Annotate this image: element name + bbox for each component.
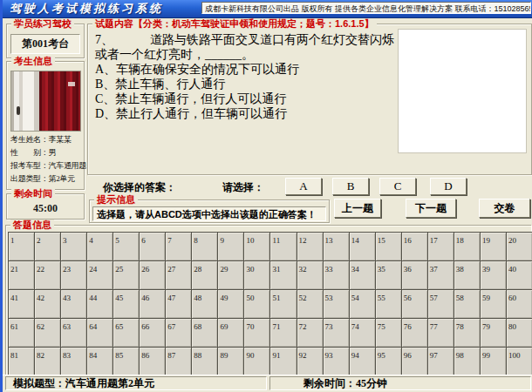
grid-cell-93[interactable]: 93 xyxy=(324,348,349,375)
choice-a-button[interactable]: A xyxy=(285,178,322,195)
grid-cell-4[interactable]: 4 xyxy=(87,233,113,260)
grid-cell-25[interactable]: 25 xyxy=(113,261,139,289)
grid-cell-1[interactable]: 1 xyxy=(9,233,34,260)
grid-cell-75[interactable]: 75 xyxy=(376,319,401,347)
grid-cell-54[interactable]: 54 xyxy=(350,290,375,318)
grid-cell-48[interactable]: 48 xyxy=(192,290,217,318)
grid-cell-91[interactable]: 91 xyxy=(270,348,296,375)
grid-cell-37[interactable]: 37 xyxy=(428,261,454,289)
grid-cell-22[interactable]: 22 xyxy=(35,261,60,289)
grid-cell-20[interactable]: 20 xyxy=(507,233,532,260)
grid-cell-47[interactable]: 47 xyxy=(166,290,191,318)
grid-cell-99[interactable]: 99 xyxy=(481,348,506,375)
grid-cell-44[interactable]: 44 xyxy=(87,290,113,318)
grid-cell-49[interactable]: 49 xyxy=(218,290,243,318)
grid-cell-28[interactable]: 28 xyxy=(192,261,217,289)
grid-cell-56[interactable]: 56 xyxy=(402,290,427,318)
grid-cell-32[interactable]: 32 xyxy=(297,261,323,289)
grid-cell-13[interactable]: 13 xyxy=(324,233,349,260)
grid-cell-76[interactable]: 76 xyxy=(402,319,427,347)
grid-cell-19[interactable]: 19 xyxy=(481,233,506,260)
grid-cell-51[interactable]: 51 xyxy=(270,290,296,318)
grid-cell-80[interactable]: 80 xyxy=(507,319,532,347)
grid-cell-95[interactable]: 95 xyxy=(376,348,401,375)
grid-cell-96[interactable]: 96 xyxy=(402,348,427,375)
grid-cell-3[interactable]: 3 xyxy=(61,233,86,260)
grid-cell-46[interactable]: 46 xyxy=(140,290,165,318)
grid-cell-70[interactable]: 70 xyxy=(244,319,269,347)
grid-cell-57[interactable]: 57 xyxy=(428,290,454,318)
grid-cell-43[interactable]: 43 xyxy=(61,290,86,318)
grid-cell-82[interactable]: 82 xyxy=(35,348,60,375)
grid-cell-61[interactable]: 61 xyxy=(9,319,34,347)
grid-cell-21[interactable]: 21 xyxy=(9,261,34,289)
grid-cell-36[interactable]: 36 xyxy=(402,261,427,289)
grid-cell-66[interactable]: 66 xyxy=(140,319,165,347)
grid-cell-34[interactable]: 34 xyxy=(350,261,375,289)
grid-cell-35[interactable]: 35 xyxy=(376,261,401,289)
grid-cell-12[interactable]: 12 xyxy=(297,233,323,260)
grid-cell-72[interactable]: 72 xyxy=(297,319,323,347)
grid-cell-14[interactable]: 14 xyxy=(350,233,375,260)
grid-cell-50[interactable]: 50 xyxy=(244,290,269,318)
grid-cell-11[interactable]: 11 xyxy=(270,233,296,260)
grid-cell-38[interactable]: 38 xyxy=(454,261,480,289)
submit-paper-button[interactable]: 交卷 xyxy=(479,199,530,218)
grid-cell-68[interactable]: 68 xyxy=(192,319,217,347)
grid-cell-87[interactable]: 87 xyxy=(166,348,191,375)
grid-cell-52[interactable]: 52 xyxy=(297,290,323,318)
grid-cell-71[interactable]: 71 xyxy=(270,319,296,347)
grid-cell-29[interactable]: 29 xyxy=(218,261,243,289)
grid-cell-16[interactable]: 16 xyxy=(402,233,427,260)
grid-cell-63[interactable]: 63 xyxy=(61,319,86,347)
grid-cell-58[interactable]: 58 xyxy=(454,290,480,318)
grid-cell-74[interactable]: 74 xyxy=(350,319,375,347)
grid-cell-31[interactable]: 31 xyxy=(270,261,296,289)
grid-cell-27[interactable]: 27 xyxy=(166,261,191,289)
grid-cell-60[interactable]: 60 xyxy=(507,290,532,318)
grid-cell-83[interactable]: 83 xyxy=(61,348,86,375)
grid-cell-45[interactable]: 45 xyxy=(113,290,139,318)
grid-cell-67[interactable]: 67 xyxy=(166,319,191,347)
grid-cell-10[interactable]: 10 xyxy=(244,233,269,260)
grid-cell-73[interactable]: 73 xyxy=(324,319,349,347)
grid-cell-64[interactable]: 64 xyxy=(87,319,113,347)
grid-cell-90[interactable]: 90 xyxy=(244,348,269,375)
grid-cell-92[interactable]: 92 xyxy=(297,348,323,375)
grid-cell-94[interactable]: 94 xyxy=(350,348,375,375)
grid-cell-24[interactable]: 24 xyxy=(87,261,113,289)
grid-cell-30[interactable]: 30 xyxy=(244,261,269,289)
grid-cell-84[interactable]: 84 xyxy=(87,348,113,375)
grid-cell-17[interactable]: 17 xyxy=(428,233,454,260)
choice-c-button[interactable]: C xyxy=(379,178,416,195)
grid-cell-53[interactable]: 53 xyxy=(324,290,349,318)
grid-cell-81[interactable]: 81 xyxy=(9,348,34,375)
grid-cell-9[interactable]: 9 xyxy=(218,233,243,260)
next-question-button[interactable]: 下一题 xyxy=(406,199,456,218)
grid-cell-69[interactable]: 69 xyxy=(218,319,243,347)
grid-cell-59[interactable]: 59 xyxy=(481,290,506,318)
grid-cell-97[interactable]: 97 xyxy=(428,348,454,375)
grid-cell-33[interactable]: 33 xyxy=(324,261,349,289)
choice-b-button[interactable]: B xyxy=(332,178,369,195)
grid-cell-40[interactable]: 40 xyxy=(507,261,532,289)
grid-cell-79[interactable]: 79 xyxy=(481,319,506,347)
grid-cell-42[interactable]: 42 xyxy=(35,290,60,318)
grid-cell-77[interactable]: 77 xyxy=(428,319,454,347)
prev-question-button[interactable]: 上一题 xyxy=(334,199,381,218)
grid-cell-62[interactable]: 62 xyxy=(35,319,60,347)
grid-cell-39[interactable]: 39 xyxy=(481,261,506,289)
choice-d-button[interactable]: D xyxy=(430,178,467,195)
grid-cell-55[interactable]: 55 xyxy=(376,290,401,318)
grid-cell-78[interactable]: 78 xyxy=(454,319,480,347)
grid-cell-8[interactable]: 8 xyxy=(192,233,217,260)
grid-cell-15[interactable]: 15 xyxy=(376,233,401,260)
grid-cell-41[interactable]: 41 xyxy=(9,290,34,318)
grid-cell-5[interactable]: 5 xyxy=(113,233,139,260)
grid-cell-100[interactable]: 100 xyxy=(507,348,532,375)
grid-cell-2[interactable]: 2 xyxy=(35,233,60,260)
grid-cell-86[interactable]: 86 xyxy=(140,348,165,375)
grid-cell-26[interactable]: 26 xyxy=(140,261,165,289)
grid-cell-18[interactable]: 18 xyxy=(454,233,480,260)
grid-cell-65[interactable]: 65 xyxy=(113,319,139,347)
